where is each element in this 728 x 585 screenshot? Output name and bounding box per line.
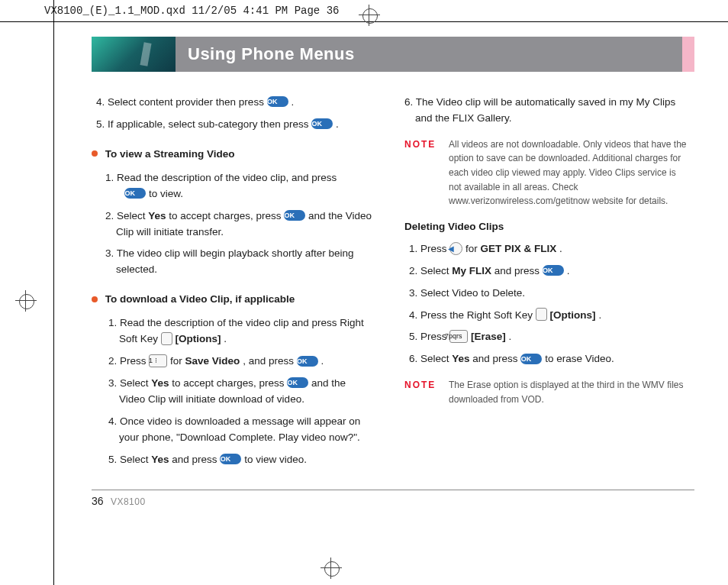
- text: , and press: [243, 355, 297, 367]
- text: 5. Select: [108, 454, 151, 465]
- text: .: [567, 265, 570, 276]
- text: .: [598, 309, 601, 321]
- page-body: Using Phone Menus 4. Select content prov…: [92, 37, 694, 562]
- step-b1: 1. Read the description of the video cli…: [108, 315, 374, 347]
- subhead-download: To download a Video Clip, if applicable: [92, 292, 374, 308]
- text: .: [291, 96, 294, 108]
- right-column: 6. The Video clip will be automatically …: [404, 89, 687, 474]
- text: To download a Video Clip, if applicable: [105, 293, 295, 305]
- step-b3: 3. Select Yes to accept charges, press O…: [108, 376, 374, 408]
- model-name: VX8100: [111, 496, 146, 507]
- note-label: NOTE: [404, 378, 438, 406]
- step-b5: 5. Select Yes and press OK to view video…: [108, 452, 374, 468]
- text: .: [336, 118, 339, 130]
- text: 1. Press: [409, 243, 449, 254]
- step-5: 5. If applicable, select sub-category th…: [96, 117, 374, 133]
- banner-photo: [92, 37, 176, 72]
- nav-left-icon: ◀: [449, 242, 462, 255]
- text: 5. Press: [409, 331, 449, 342]
- step-b4: 4. Once video is downloaded a message wi…: [108, 414, 374, 446]
- bold-get-pix-flix: GET PIX & FLIX: [481, 243, 557, 254]
- text: 1. Read the description of the video cli…: [108, 317, 364, 344]
- text: for: [465, 243, 481, 254]
- text: 2. Select: [105, 210, 148, 221]
- text: and press: [472, 353, 520, 364]
- step-c5: 5. Press 7pqrs [Erase] .: [409, 329, 687, 345]
- text: 4. Select content provider then press: [96, 96, 267, 108]
- step-c2: 2. Select My FLIX and press OK .: [409, 263, 687, 280]
- text: 4. Press the Right Soft Key: [409, 309, 536, 321]
- note-text: The Erase option is displayed at the thi…: [449, 378, 687, 406]
- bold-my-flix: My FLIX: [452, 265, 491, 276]
- text: and press: [172, 454, 220, 465]
- step-c3: 3. Select Video to Delete.: [409, 286, 687, 302]
- ok-icon: OK: [311, 118, 333, 129]
- ok-icon: OK: [124, 188, 146, 199]
- ok-icon: OK: [520, 354, 542, 364]
- text: 2. Press: [108, 355, 149, 367]
- text: to view video.: [244, 454, 307, 465]
- bullet-icon: [92, 150, 98, 157]
- registration-mark-top: [359, 5, 380, 26]
- text: To view a Streaming Video: [105, 148, 235, 160]
- note-text: All videos are not downloadable. Only vi…: [449, 137, 687, 208]
- section-banner: Using Phone Menus: [92, 37, 694, 72]
- softkey-icon: [161, 332, 172, 345]
- text: 2. Select: [409, 265, 452, 276]
- tab-marker: [682, 37, 694, 72]
- ok-icon: OK: [220, 454, 241, 464]
- text: 1. Read the description of the video cli…: [105, 172, 337, 183]
- ok-icon: OK: [543, 265, 564, 276]
- note-2: NOTE The Erase option is displayed at th…: [404, 378, 687, 406]
- text: for: [170, 355, 185, 367]
- bold-erase: [Erase]: [471, 331, 506, 342]
- page-number: 36: [92, 495, 104, 507]
- note-label: NOTE: [404, 137, 438, 208]
- key-7-icon: 7pqrs: [449, 330, 468, 343]
- text: .: [559, 243, 562, 254]
- step-c1: 1. Press ◀ for GET PIX & FLIX .: [409, 241, 687, 257]
- step-c6: 6. Select Yes and press OK to erase Vide…: [409, 351, 687, 367]
- note-1: NOTE All videos are not downloadable. On…: [404, 137, 687, 208]
- bold-yes: Yes: [151, 454, 169, 465]
- bold-save-video: Save Video: [185, 355, 240, 367]
- step-b2: 2. Press 1 ⁝ for Save Video , and press …: [108, 354, 374, 370]
- text: to accept charges, press: [169, 210, 284, 221]
- text: and press: [494, 265, 543, 276]
- step-a1: 1. Read the description of the video cli…: [105, 170, 374, 202]
- ok-icon: OK: [297, 356, 318, 367]
- bold-yes: Yes: [151, 377, 169, 389]
- subhead-deleting: Deleting Video Clips: [404, 219, 687, 235]
- text: to erase Video.: [545, 353, 614, 364]
- text: .: [321, 355, 324, 367]
- step-6: 6. The Video clip will be automatically …: [404, 95, 687, 127]
- bold-options: [Options]: [550, 309, 596, 321]
- text: .: [224, 333, 227, 344]
- step-c4: 4. Press the Right Soft Key [Options] .: [409, 308, 687, 324]
- subhead-streaming: To view a Streaming Video: [92, 147, 374, 163]
- ok-icon: OK: [287, 377, 308, 388]
- step-a3: 3. The video clip will begin playback sh…: [105, 246, 374, 278]
- registration-mark-left: [15, 290, 37, 312]
- step-a2: 2. Select Yes to accept charges, press O…: [105, 208, 374, 241]
- ok-icon: OK: [267, 96, 288, 107]
- page-footer: 36 VX8100: [92, 490, 694, 507]
- ok-icon: OK: [284, 210, 305, 221]
- banner-bar: Using Phone Menus: [176, 37, 694, 72]
- banner-title: Using Phone Menus: [188, 44, 355, 64]
- bold-yes: Yes: [148, 210, 166, 221]
- text: .: [509, 331, 512, 342]
- text: 3. Select: [108, 377, 151, 389]
- text: 6. Select: [409, 353, 452, 364]
- key-1-icon: 1 ⁝: [149, 354, 167, 367]
- text: 5. If applicable, select sub-category th…: [96, 118, 311, 130]
- left-column: 4. Select content provider then press OK…: [92, 89, 374, 474]
- frame-line: [53, 0, 54, 585]
- step-4: 4. Select content provider then press OK…: [96, 95, 374, 111]
- text: to accept charges, press: [172, 377, 287, 389]
- bold-options: [Options]: [176, 333, 221, 344]
- bold-yes: Yes: [452, 353, 469, 364]
- bullet-icon: [92, 296, 98, 302]
- text: to view.: [149, 188, 183, 199]
- softkey-icon: [536, 308, 547, 321]
